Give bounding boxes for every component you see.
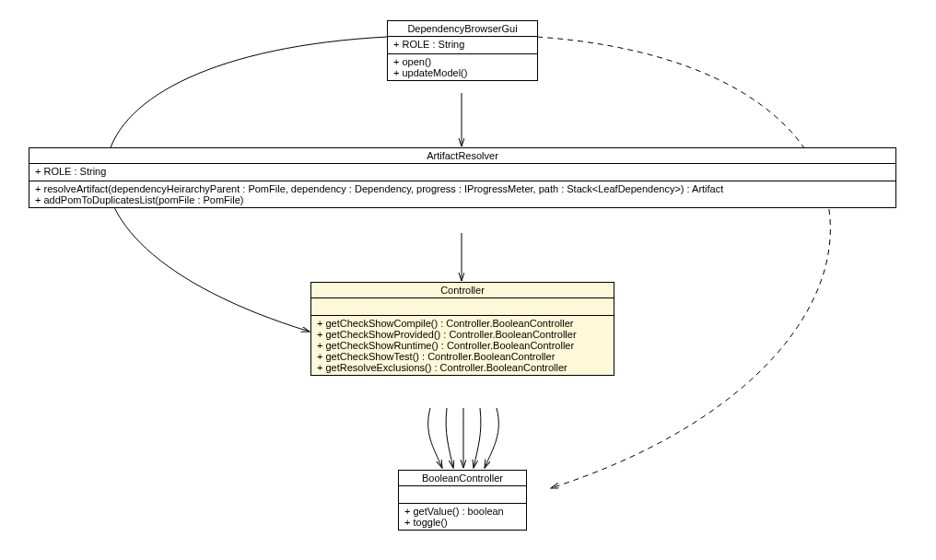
class-title: Controller xyxy=(311,283,614,298)
class-attributes xyxy=(399,486,526,504)
method: + toggle() xyxy=(404,517,521,528)
class-title: BooleanController xyxy=(399,471,526,486)
edge-ctrl-to-bool-1 xyxy=(428,408,442,468)
class-methods: + getValue() : boolean + toggle() xyxy=(399,504,526,530)
edge-ctrl-to-bool-2 xyxy=(446,408,453,468)
attr: + ROLE : String xyxy=(35,166,890,177)
method: + updateModel() xyxy=(393,67,532,78)
method: + getValue() : boolean xyxy=(404,506,521,517)
method: + resolveArtifact(dependencyHeirarchyPar… xyxy=(35,183,890,194)
class-title: DependencyBrowserGui xyxy=(388,21,537,37)
method: + getResolveExclusions() : Controller.Bo… xyxy=(317,362,608,373)
method: + getCheckShowTest() : Controller.Boolea… xyxy=(317,351,608,362)
class-attributes: + ROLE : String xyxy=(388,37,537,54)
method: + getCheckShowRuntime() : Controller.Boo… xyxy=(317,340,608,351)
attr: + ROLE : String xyxy=(393,39,532,50)
class-artifact-resolver: ArtifactResolver + ROLE : String + resol… xyxy=(29,147,896,208)
method: + getCheckShowProvided() : Controller.Bo… xyxy=(317,329,608,340)
class-attributes xyxy=(311,298,614,316)
edge-ctrl-to-bool-4 xyxy=(474,408,481,468)
class-dependency-browser-gui: DependencyBrowserGui + ROLE : String + o… xyxy=(387,20,538,81)
class-methods: + getCheckShowCompile() : Controller.Boo… xyxy=(311,316,614,375)
method: + addPomToDuplicatesList(pomFile : PomFi… xyxy=(35,194,890,205)
class-title: ArtifactResolver xyxy=(29,148,895,164)
edge-ctrl-to-bool-5 xyxy=(485,408,498,468)
class-attributes: + ROLE : String xyxy=(29,164,895,181)
edge-dep-to-boolean xyxy=(537,37,830,488)
method: + getCheckShowCompile() : Controller.Boo… xyxy=(317,318,608,329)
class-methods: + open() + updateModel() xyxy=(388,54,537,80)
method: + open() xyxy=(393,56,532,67)
class-methods: + resolveArtifact(dependencyHeirarchyPar… xyxy=(29,181,895,207)
class-controller: Controller + getCheckShowCompile() : Con… xyxy=(310,282,614,376)
class-boolean-controller: BooleanController + getValue() : boolean… xyxy=(398,470,527,531)
